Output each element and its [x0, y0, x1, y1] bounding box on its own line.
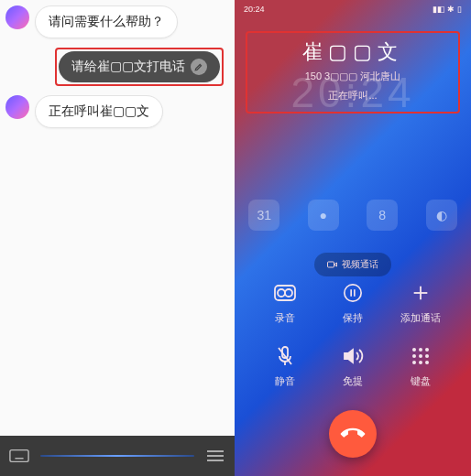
- svg-point-22: [419, 348, 422, 352]
- speaker-label: 免提: [343, 374, 363, 388]
- keypad-icon: [408, 343, 433, 369]
- app-icon: ●: [308, 200, 339, 231]
- home-dock-blurred: 31 ● 8 ◐: [235, 200, 471, 231]
- app-icon: 31: [248, 200, 279, 231]
- svg-point-25: [419, 354, 422, 358]
- pause-icon: [340, 280, 366, 306]
- input-bar: [0, 436, 235, 476]
- assistant-avatar: [5, 5, 29, 29]
- svg-point-12: [285, 289, 292, 297]
- svg-rect-0: [10, 450, 28, 462]
- hold-button[interactable]: 保持: [319, 280, 387, 325]
- user-message-row: 请给崔▢▢文打电话: [5, 48, 229, 86]
- video-call-label: 视频通话: [342, 258, 378, 271]
- add-call-label: 添加通话: [400, 311, 441, 325]
- assistant-avatar: [5, 95, 29, 119]
- assistant-bubble: 正在呼叫崔▢▢文: [35, 95, 163, 128]
- svg-point-27: [412, 361, 416, 364]
- keypad-button[interactable]: 键盘: [387, 343, 455, 388]
- svg-point-29: [425, 361, 429, 364]
- speaker-button[interactable]: 免提: [319, 343, 387, 388]
- user-command-text: 请给崔▢▢文打电话: [71, 59, 185, 75]
- voice-waveform[interactable]: [40, 455, 194, 457]
- assistant-bubble: 请问需要什么帮助？: [35, 5, 178, 38]
- mute-icon: [272, 343, 298, 369]
- app-icon: 8: [367, 200, 398, 231]
- add-call-button[interactable]: 添加通话: [387, 280, 455, 325]
- video-call-button[interactable]: 视频通话: [314, 253, 391, 276]
- app-icon: ◐: [426, 200, 457, 231]
- menu-icon[interactable]: [203, 447, 227, 465]
- status-bar: 20:24 ▮◧ ✱ ▯: [235, 0, 471, 16]
- background-clock: 20:24: [235, 68, 471, 117]
- svg-point-13: [345, 285, 361, 301]
- speaker-icon: [340, 343, 366, 369]
- hold-label: 保持: [343, 311, 363, 325]
- mute-button[interactable]: 静音: [251, 343, 319, 388]
- hangup-button[interactable]: [329, 410, 377, 458]
- chat-thread: 请问需要什么帮助？ 请给崔▢▢文打电话 正在呼叫崔▢▢文: [0, 0, 235, 436]
- plus-icon: [408, 280, 433, 306]
- svg-point-24: [412, 354, 416, 358]
- svg-point-28: [419, 361, 422, 364]
- assistant-message-row: 正在呼叫崔▢▢文: [5, 95, 229, 128]
- user-bubble[interactable]: 请给崔▢▢文打电话: [59, 51, 220, 82]
- record-label: 录音: [275, 311, 295, 325]
- svg-point-11: [278, 289, 285, 297]
- status-icons: ▮◧ ✱ ▯: [433, 5, 462, 14]
- phone-icon: [336, 417, 370, 451]
- keypad-label: 键盘: [411, 374, 431, 388]
- svg-point-21: [412, 348, 416, 352]
- assistant-message-row: 请问需要什么帮助？: [5, 5, 229, 38]
- record-icon: [272, 280, 298, 306]
- edit-icon[interactable]: [191, 59, 207, 75]
- mute-label: 静音: [275, 374, 295, 388]
- svg-point-23: [425, 348, 429, 352]
- caller-name: 崔▢▢文: [255, 38, 451, 66]
- annotation-highlight: 请给崔▢▢文打电话: [55, 48, 224, 86]
- svg-rect-9: [328, 262, 334, 267]
- call-controls: 录音 保持 添加通话 静音 免提: [235, 280, 471, 388]
- status-time: 20:24: [244, 5, 265, 14]
- record-button[interactable]: 录音: [251, 280, 319, 325]
- svg-point-26: [425, 354, 429, 358]
- keyboard-icon[interactable]: [7, 447, 31, 465]
